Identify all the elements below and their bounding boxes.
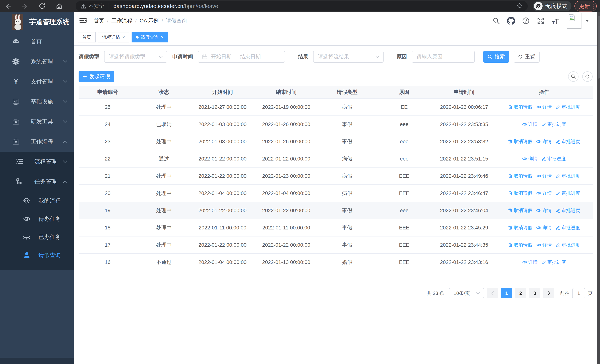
action-progress-link[interactable]: 审批进度 — [542, 121, 566, 127]
breadcrumb-item-0[interactable]: 首页 — [94, 17, 104, 24]
fullscreen-icon[interactable] — [537, 17, 545, 25]
sidebar-item-label: 系统管理 — [31, 58, 53, 65]
sidebar-item-leave-query[interactable]: 请假查询 — [0, 246, 74, 264]
trash-icon — [508, 139, 513, 144]
action-detail-link[interactable]: 详情 — [536, 207, 552, 214]
reason-input[interactable] — [412, 51, 475, 63]
action-cancel-link[interactable]: 取消请假 — [508, 242, 532, 248]
sidebar-item-label: 支付管理 — [31, 78, 53, 85]
show-search-button[interactable] — [568, 71, 579, 82]
sidebar-item-todo-tasks[interactable]: 待办任务 — [0, 210, 74, 228]
page-scrollbar[interactable] — [597, 12, 600, 364]
browser-forward-button[interactable] — [20, 1, 30, 11]
breadcrumb-item-2[interactable]: OA 示例 — [140, 17, 159, 24]
browser-update-button[interactable]: 更新 — [574, 1, 597, 11]
action-cancel-link[interactable]: 取消请假 — [508, 139, 532, 145]
tab-home[interactable]: 首页 — [78, 32, 96, 42]
action-detail-link[interactable]: 详情 — [536, 242, 552, 248]
address-bar[interactable]: 不安全 dashboard.yudao.iocoder.cn/bpm/oa/le… — [75, 1, 528, 11]
search-icon[interactable] — [492, 17, 500, 25]
cell-id: 18 — [79, 219, 137, 236]
tree-icon — [16, 177, 24, 186]
next-page-button[interactable] — [543, 288, 554, 299]
action-detail-link[interactable]: 详情 — [536, 190, 552, 196]
action-detail-link[interactable]: 详情 — [522, 156, 538, 162]
action-cancel-link[interactable]: 取消请假 — [508, 104, 532, 110]
help-icon[interactable] — [522, 17, 530, 25]
action-cancel-link[interactable]: 取消请假 — [508, 225, 532, 231]
prev-page-button[interactable] — [487, 288, 498, 299]
cell-id: 22 — [79, 150, 137, 167]
action-detail-link[interactable]: 详情 — [536, 139, 552, 145]
action-progress-link[interactable]: 审批进度 — [556, 225, 580, 231]
leave-type-select[interactable]: 请选择请假类型 — [104, 51, 167, 63]
action-detail-link[interactable]: 详情 — [522, 121, 538, 127]
action-cancel-link[interactable]: 取消请假 — [508, 173, 532, 179]
action-progress-link[interactable]: 审批进度 — [542, 259, 566, 265]
action-progress-link[interactable]: 审批进度 — [556, 173, 580, 179]
action-progress-link[interactable]: 审批进度 — [542, 156, 566, 162]
hamburger-icon[interactable] — [79, 17, 87, 25]
tab-process-detail[interactable]: 流程详情× — [98, 32, 129, 42]
cell-actions: 详情审批进度 — [496, 150, 593, 167]
breadcrumb-separator: / — [135, 18, 137, 24]
action-cancel-link[interactable]: 取消请假 — [508, 190, 532, 196]
reset-button[interactable]: 重置 — [514, 51, 540, 63]
font-size-icon[interactable]: TT — [552, 17, 560, 25]
breadcrumb-item-1[interactable]: 工作流程 — [112, 17, 132, 24]
sidebar-item-home[interactable]: 首页 — [0, 31, 74, 52]
action-progress-link[interactable]: 审批进度 — [556, 242, 580, 248]
apply-time-range-picker[interactable]: 开始日期 - 结束日期 — [198, 51, 285, 63]
sidebar-item-workflow[interactable]: 工作流程 — [0, 131, 74, 152]
sidebar-item-task-mgmt[interactable]: 任务管理 — [0, 172, 74, 192]
security-warning[interactable]: 不安全 — [80, 3, 104, 10]
browser-reload-button[interactable] — [37, 1, 47, 11]
sidebar-item-payment[interactable]: ¥支付管理 — [0, 72, 74, 92]
result-select[interactable]: 请选择流结果 — [313, 51, 384, 63]
list-icon — [16, 158, 24, 166]
sidebar-item-process-mgmt[interactable]: 流程管理 — [0, 152, 74, 172]
close-icon[interactable]: × — [161, 35, 163, 39]
column-header: 结束时间 — [254, 86, 319, 98]
app-logo-row[interactable]: 芋道管理系统 — [0, 12, 74, 31]
action-progress-link[interactable]: 审批进度 — [556, 190, 580, 196]
action-detail-link[interactable]: 详情 — [536, 104, 552, 110]
action-detail-link[interactable]: 详情 — [522, 259, 538, 265]
scrollbar-thumb[interactable] — [598, 16, 600, 79]
cell-end: 2022-01-19 00:00:00 — [254, 98, 319, 116]
action-progress-link[interactable]: 审批进度 — [556, 207, 580, 214]
action-progress-link[interactable]: 审批进度 — [556, 139, 580, 145]
action-detail-link[interactable]: 详情 — [536, 173, 552, 179]
page-size-select[interactable]: 10条/页 — [449, 288, 484, 299]
bookmark-star-icon[interactable] — [516, 2, 523, 10]
sidebar-item-devtools[interactable]: 研发工具 — [0, 112, 74, 131]
more-menu-icon[interactable] — [592, 3, 594, 9]
close-icon[interactable]: × — [122, 35, 125, 39]
action-progress-link[interactable]: 审批进度 — [556, 104, 580, 110]
github-icon[interactable] — [507, 17, 515, 25]
page-button-3[interactable]: 3 — [529, 288, 540, 299]
create-leave-button[interactable]: 发起请假 — [79, 71, 114, 82]
sidebar-item-my-process[interactable]: 我的流程 — [0, 192, 74, 210]
action-detail-link[interactable]: 详情 — [536, 225, 552, 231]
sidebar-collapse-bar[interactable] — [0, 358, 74, 364]
sidebar-item-infra[interactable]: 基础设施 — [0, 92, 74, 112]
tab-leave-query[interactable]: 请假查询× — [131, 32, 168, 42]
sidebar-item-system[interactable]: 系统管理 — [0, 52, 74, 72]
action-cancel-link[interactable]: 取消请假 — [508, 207, 532, 214]
browser-back-button[interactable] — [3, 1, 13, 11]
active-tab-dot — [136, 36, 139, 38]
table-row: 19处理中2022-01-22 00:00:002022-01-22 00:00… — [79, 202, 593, 219]
search-button[interactable]: 搜索 — [483, 51, 509, 63]
avatar[interactable] — [567, 13, 581, 29]
sidebar-item-done-tasks[interactable]: 已办任务 — [0, 228, 74, 246]
caret-down-icon[interactable] — [585, 19, 589, 22]
refresh-table-button[interactable] — [582, 71, 593, 82]
goto-page-input[interactable] — [572, 288, 585, 299]
sidebar-item-label: 流程管理 — [35, 158, 57, 166]
page-button-2[interactable]: 2 — [515, 288, 526, 299]
page-button-1[interactable]: 1 — [501, 288, 512, 299]
browser-home-button[interactable] — [54, 1, 64, 11]
cell-end: 2022-01-26 00:00:00 — [254, 133, 319, 150]
sidebar-item-label: 我的流程 — [38, 197, 61, 205]
